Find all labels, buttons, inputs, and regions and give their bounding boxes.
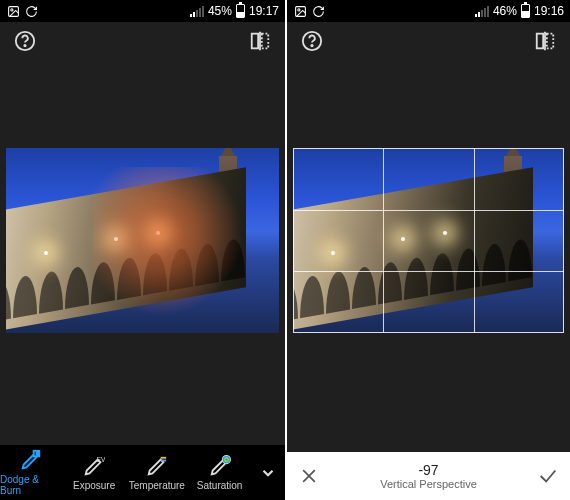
battery-icon bbox=[236, 4, 245, 18]
status-sync-icon bbox=[311, 4, 325, 18]
screen-perspective: 46% 19:16 bbox=[285, 0, 570, 500]
svg-point-15 bbox=[297, 8, 299, 10]
signal-icon bbox=[475, 5, 489, 17]
svg-rect-19 bbox=[547, 34, 553, 49]
svg-point-3 bbox=[24, 45, 25, 46]
app-bar bbox=[0, 22, 285, 60]
svg-rect-4 bbox=[252, 34, 258, 49]
battery-icon bbox=[521, 4, 530, 18]
status-bar: 45% 19:17 bbox=[0, 0, 285, 22]
tool-dodge-burn[interactable]: Dodge & Burn bbox=[0, 445, 63, 500]
signal-icon bbox=[190, 5, 204, 17]
brush-temp-icon bbox=[146, 455, 168, 477]
status-image-icon bbox=[293, 4, 307, 18]
tool-label: Temperature bbox=[129, 480, 185, 491]
svg-point-13 bbox=[222, 455, 229, 462]
adjust-label: Vertical Perspective bbox=[380, 478, 477, 491]
tool-saturation[interactable]: Saturation bbox=[188, 445, 251, 500]
cancel-button[interactable] bbox=[287, 452, 331, 500]
tool-label: Saturation bbox=[197, 480, 243, 491]
adjust-bar: -97 Vertical Perspective bbox=[287, 452, 570, 500]
photo bbox=[6, 148, 279, 333]
adjust-readout[interactable]: -97 Vertical Perspective bbox=[331, 462, 526, 491]
image-canvas[interactable] bbox=[293, 148, 564, 333]
clock: 19:17 bbox=[249, 4, 279, 18]
status-image-icon bbox=[6, 4, 20, 18]
confirm-button[interactable] bbox=[526, 452, 570, 500]
svg-rect-11 bbox=[161, 459, 167, 461]
tool-temperature[interactable]: Temperature bbox=[126, 445, 189, 500]
more-tools-button[interactable] bbox=[251, 445, 285, 500]
app-bar bbox=[287, 22, 570, 60]
battery-percent: 45% bbox=[208, 4, 232, 18]
compare-icon[interactable] bbox=[530, 26, 560, 56]
status-bar: 46% 19:16 bbox=[287, 0, 570, 22]
svg-rect-10 bbox=[161, 456, 167, 458]
compare-icon[interactable] bbox=[245, 26, 275, 56]
brush-db-icon bbox=[20, 449, 42, 471]
svg-point-1 bbox=[10, 8, 12, 10]
brush-ev-icon: EV bbox=[83, 455, 105, 477]
svg-rect-18 bbox=[537, 34, 543, 49]
svg-point-17 bbox=[311, 45, 312, 46]
help-icon[interactable] bbox=[10, 26, 40, 56]
clock: 19:16 bbox=[534, 4, 564, 18]
help-icon[interactable] bbox=[297, 26, 327, 56]
tool-label: Exposure bbox=[73, 480, 115, 491]
svg-rect-8 bbox=[34, 451, 37, 457]
photo bbox=[293, 148, 564, 333]
tool-exposure[interactable]: EV Exposure bbox=[63, 445, 126, 500]
tool-strip: Dodge & Burn EV Exposure Temperature bbox=[0, 445, 285, 500]
svg-text:EV: EV bbox=[97, 456, 105, 463]
screen-dodge-burn: 45% 19:17 bbox=[0, 0, 285, 500]
brush-sat-icon bbox=[209, 455, 231, 477]
adjust-value: -97 bbox=[418, 462, 438, 478]
battery-percent: 46% bbox=[493, 4, 517, 18]
image-canvas[interactable] bbox=[6, 148, 279, 333]
svg-rect-5 bbox=[262, 34, 268, 49]
status-sync-icon bbox=[24, 4, 38, 18]
tool-label: Dodge & Burn bbox=[0, 474, 63, 496]
